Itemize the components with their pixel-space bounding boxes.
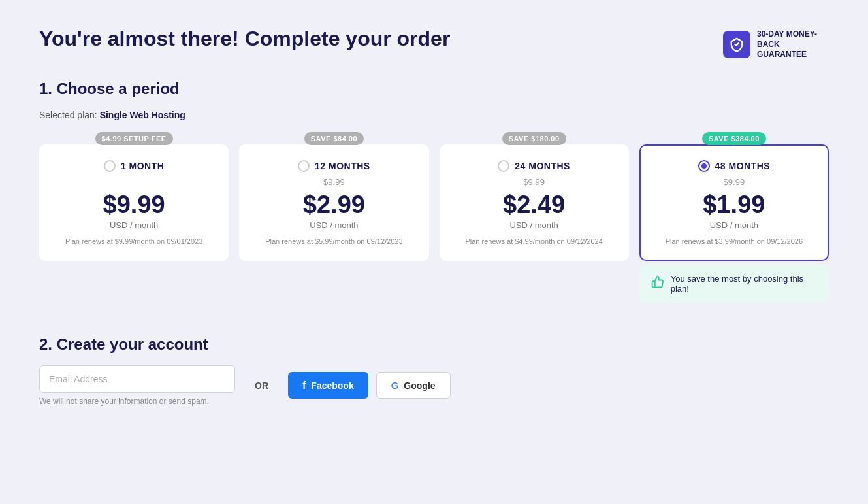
plan-original-price-1month [51, 177, 217, 189]
section2-title: 2. Create your account [39, 335, 829, 354]
plan-unit-48months: USD / month [651, 220, 817, 230]
selected-plan-name: Single Web Hosting [100, 110, 185, 120]
email-section: We will not share your information or se… [39, 365, 235, 406]
plan-wrapper-12months[interactable]: SAVE $84.0012 MONTHS$9.99$2.99USD / mont… [239, 132, 428, 261]
thumbs-up-icon [651, 275, 664, 292]
plan-renews-24months: Plan renews at $4.99/month on 09/12/2024 [451, 237, 617, 246]
plan-renews-48months: Plan renews at $3.99/month on 09/12/2026 [651, 237, 817, 246]
no-spam-text: We will not share your information or se… [39, 397, 235, 406]
plan-badge-48months: SAVE $384.00 [702, 132, 766, 145]
plan-wrapper-48months[interactable]: SAVE $384.0048 MONTHS$9.99$1.99USD / mon… [639, 132, 829, 303]
account-row: We will not share your information or se… [39, 365, 829, 406]
facebook-button[interactable]: f Facebook [288, 372, 368, 399]
page-title: You're almost there! Complete your order [39, 26, 450, 51]
page-header: You're almost there! Complete your order… [39, 26, 829, 60]
plan-unit-12months: USD / month [251, 220, 417, 230]
plan-price-1month: $9.99 [51, 192, 217, 219]
section2: 2. Create your account We will not share… [39, 335, 829, 406]
plan-wrapper-1month[interactable]: $4.99 SETUP FEE1 MONTH$9.99USD / monthPl… [39, 132, 229, 261]
facebook-label: Facebook [311, 380, 353, 391]
google-label: Google [404, 380, 435, 391]
plan-price-48months: $1.99 [651, 192, 817, 219]
plan-period-12months: 12 MONTHS [315, 161, 370, 171]
plan-badge-1month: $4.99 SETUP FEE [95, 132, 173, 145]
save-most-box: You save the most by choosing this plan! [639, 265, 829, 303]
plan-renews-12months: Plan renews at $5.99/month on 09/12/2023 [251, 237, 417, 246]
plan-period-1month: 1 MONTH [121, 161, 165, 171]
plan-period-24months: 24 MONTHS [515, 161, 570, 171]
plan-renews-1month: Plan renews at $9.99/month on 09/01/2023 [51, 237, 217, 246]
plan-badge-24months: SAVE $180.00 [502, 132, 566, 145]
selected-plan-label: Selected plan: [39, 110, 97, 120]
google-icon: G [391, 380, 399, 391]
section1-title: 1. Choose a period [39, 80, 829, 98]
plans-container: $4.99 SETUP FEE1 MONTH$9.99USD / monthPl… [39, 132, 829, 303]
email-input[interactable] [39, 365, 235, 393]
plan-card-12months[interactable]: 12 MONTHS$9.99$2.99USD / monthPlan renew… [239, 144, 428, 261]
selected-plan-row: Selected plan: Single Web Hosting [39, 110, 829, 120]
plan-period-48months: 48 MONTHS [715, 161, 771, 171]
radio-12months[interactable] [298, 160, 310, 172]
radio-1month[interactable] [104, 160, 116, 172]
plan-unit-24months: USD / month [451, 220, 617, 230]
plan-wrapper-24months[interactable]: SAVE $180.0024 MONTHS$9.99$2.49USD / mon… [440, 132, 629, 261]
plan-original-price-48months: $9.99 [651, 177, 817, 189]
plan-original-price-12months: $9.99 [251, 177, 417, 189]
plan-badge-12months: SAVE $84.00 [304, 132, 364, 145]
guarantee-badge: 30-DAY MONEY-BACK GUARANTEE [723, 29, 829, 60]
plan-price-24months: $2.49 [451, 192, 617, 219]
facebook-icon: f [302, 380, 306, 392]
plan-card-1month[interactable]: 1 MONTH$9.99USD / monthPlan renews at $9… [39, 144, 229, 261]
plan-original-price-24months: $9.99 [451, 177, 617, 189]
radio-48months[interactable] [698, 160, 710, 172]
social-buttons: f Facebook G Google [288, 372, 451, 399]
or-label: OR [255, 380, 268, 391]
guarantee-text: 30-DAY MONEY-BACK GUARANTEE [757, 29, 829, 60]
plan-unit-1month: USD / month [51, 220, 217, 230]
google-button[interactable]: G Google [376, 372, 451, 399]
plan-card-48months[interactable]: 48 MONTHS$9.99$1.99USD / monthPlan renew… [639, 144, 829, 261]
shield-icon [723, 31, 750, 58]
radio-24months[interactable] [498, 160, 509, 172]
plan-price-12months: $2.99 [251, 192, 417, 219]
plan-card-24months[interactable]: 24 MONTHS$9.99$2.49USD / monthPlan renew… [440, 144, 629, 261]
save-most-text: You save the most by choosing this plan! [671, 274, 817, 294]
